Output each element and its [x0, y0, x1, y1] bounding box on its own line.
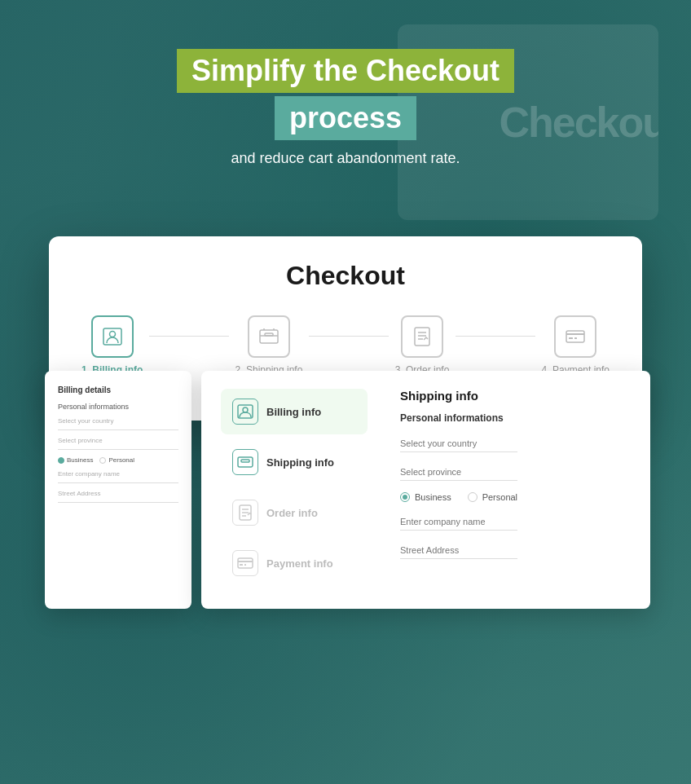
left-mini-card: Billing details Personal informations Se… — [45, 371, 191, 609]
svg-rect-13 — [238, 558, 253, 568]
form-field-company[interactable] — [400, 513, 517, 531]
svg-rect-11 — [241, 460, 249, 462]
nav-item-shipping[interactable]: Shipping info — [221, 439, 368, 485]
step-1-icon — [91, 315, 134, 358]
svg-rect-5 — [566, 331, 584, 342]
mini-section-title: Personal informations — [58, 403, 178, 411]
mini-radio-personal[interactable]: Personal — [99, 456, 134, 464]
mini-field-street-label: Street Address — [58, 490, 178, 497]
form-radio-business-label: Business — [415, 492, 451, 502]
step-4-icon — [554, 315, 596, 358]
connector-1 — [149, 336, 228, 337]
right-big-card: Billing info Shipping info — [201, 371, 650, 609]
form-field-country[interactable] — [400, 435, 517, 452]
connector-3 — [456, 336, 535, 337]
mini-card-title: Billing details — [58, 385, 178, 394]
step-1[interactable]: 1. Billing info — [81, 315, 143, 376]
nav-item-order[interactable]: Order info — [221, 490, 368, 535]
mini-radio-personal-dot — [99, 457, 106, 464]
nav-billing-label: Billing info — [266, 406, 321, 418]
form-section-title: Shipping info — [400, 389, 517, 403]
form-radio-row: Business Personal — [400, 492, 517, 502]
svg-rect-4 — [415, 328, 429, 346]
title-line2: process — [275, 96, 416, 140]
nav-billing-icon — [232, 399, 258, 425]
nav-item-billing[interactable]: Billing info — [221, 389, 368, 434]
form-radio-personal-circle — [468, 492, 478, 502]
mini-field-company: Enter company name — [58, 470, 178, 483]
form-area: Shipping info Personal informations Busi… — [400, 389, 517, 591]
svg-rect-6 — [569, 337, 573, 339]
mini-radio-business[interactable]: Business — [58, 456, 93, 464]
form-radio-personal[interactable]: Personal — [468, 492, 517, 502]
nav-shipping-label: Shipping info — [266, 456, 334, 469]
form-radio-personal-label: Personal — [482, 492, 517, 502]
sub-cards: Billing details Personal informations Se… — [45, 371, 650, 609]
svg-rect-15 — [244, 564, 246, 566]
svg-rect-2 — [260, 330, 278, 343]
nav-order-label: Order info — [266, 507, 318, 519]
title-line1: Simplify the Checkout — [177, 49, 514, 93]
checkout-steps: 1. Billing info 2. Shipping info — [81, 315, 610, 376]
form-field-province[interactable] — [400, 464, 517, 481]
mini-field-company-label: Enter company name — [58, 470, 178, 478]
right-content: Billing info Shipping info — [221, 389, 631, 591]
form-field-street[interactable] — [400, 542, 517, 559]
step-2-icon — [248, 315, 290, 358]
step-3[interactable]: 3. Order info — [395, 315, 450, 376]
svg-point-9 — [243, 407, 248, 412]
mini-field-country-label: Select your country — [58, 417, 178, 425]
nav-payment-icon — [232, 550, 258, 576]
form-radio-business[interactable]: Business — [400, 492, 451, 502]
mini-field-street: Street Address — [58, 490, 178, 503]
svg-point-1 — [109, 332, 115, 337]
form-radio-business-circle — [400, 492, 410, 502]
svg-rect-14 — [240, 564, 243, 566]
nav-item-payment[interactable]: Payment info — [221, 540, 368, 586]
connector-2 — [309, 336, 388, 337]
nav-items: Billing info Shipping info — [221, 389, 368, 591]
form-company-input[interactable] — [400, 513, 517, 531]
mini-field-province: Select province — [58, 437, 178, 450]
mini-radio-row: Business Personal — [58, 456, 178, 464]
mini-field-country: Select your country — [58, 417, 178, 430]
nav-payment-label: Payment info — [266, 557, 333, 570]
svg-rect-7 — [574, 337, 577, 339]
checkout-title: Checkout — [81, 261, 610, 291]
subtitle: and reduce cart abandonment rate. — [177, 150, 514, 167]
mini-field-province-label: Select province — [58, 437, 178, 444]
step-4[interactable]: 4. Payment info — [542, 315, 610, 376]
mini-radio-business-dot — [58, 457, 64, 464]
form-province-input[interactable] — [400, 464, 517, 481]
step-3-icon — [401, 315, 443, 358]
mini-radio-personal-label: Personal — [108, 456, 134, 464]
nav-order-icon — [232, 500, 258, 526]
form-country-input[interactable] — [400, 435, 517, 452]
step-2[interactable]: 2. Shipping info — [235, 315, 303, 376]
nav-shipping-icon — [232, 449, 258, 475]
form-subsection-title: Personal informations — [400, 412, 517, 424]
mini-radio-business-label: Business — [67, 456, 93, 464]
header: Simplify the Checkout process and reduce… — [177, 49, 514, 167]
form-street-input[interactable] — [400, 542, 517, 559]
